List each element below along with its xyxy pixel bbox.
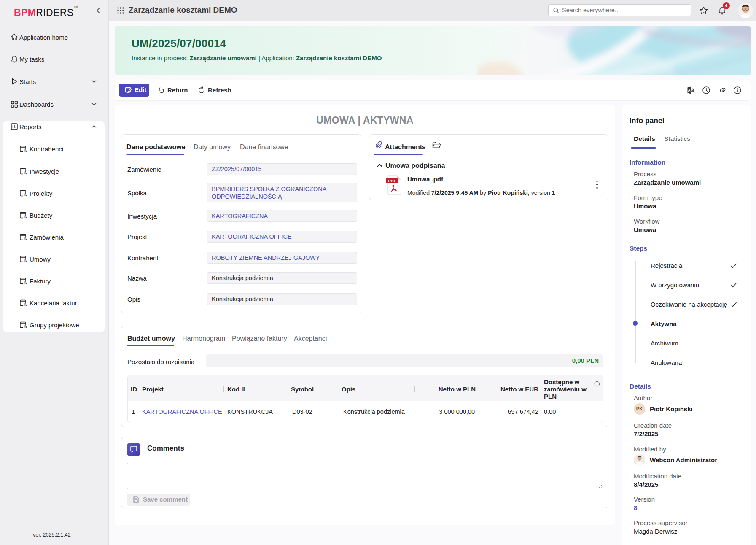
svg-text:A: A: [688, 88, 691, 92]
svg-text:PDF: PDF: [388, 178, 396, 183]
